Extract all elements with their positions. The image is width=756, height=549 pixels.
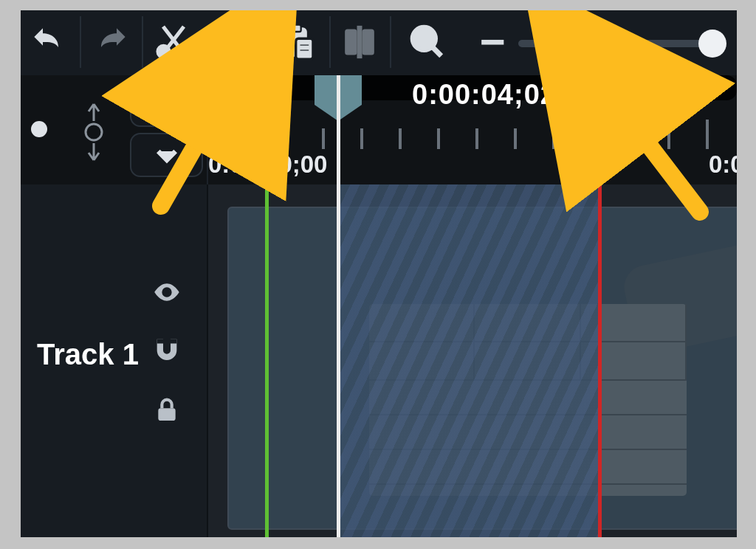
svg-rect-9 bbox=[291, 25, 301, 32]
zoom-slider-thumb[interactable] bbox=[698, 30, 726, 58]
redo-button[interactable] bbox=[89, 19, 134, 65]
selection-range bbox=[340, 184, 599, 537]
vertical-zoom-indicator bbox=[75, 99, 112, 168]
track-label: Track 1 bbox=[37, 338, 139, 371]
magnet-icon[interactable] bbox=[152, 334, 182, 367]
vertical-zoom-thumb[interactable] bbox=[31, 121, 47, 137]
svg-rect-7 bbox=[231, 44, 243, 47]
add-track-button[interactable] bbox=[130, 80, 203, 127]
svg-point-0 bbox=[158, 46, 169, 57]
svg-rect-14 bbox=[363, 30, 374, 55]
svg-rect-20 bbox=[158, 408, 175, 421]
lock-icon[interactable] bbox=[152, 395, 182, 427]
paste-button[interactable] bbox=[275, 19, 320, 65]
ruler-row: 0:00:04;02 .marker[style*="d42a2a"] .mar… bbox=[21, 75, 737, 184]
toolbar: − bbox=[21, 10, 737, 77]
ruler-label-next: 0:0 bbox=[709, 151, 737, 179]
svg-rect-15 bbox=[358, 27, 362, 58]
split-button[interactable] bbox=[337, 19, 382, 65]
track-header: Track 1 bbox=[21, 184, 208, 537]
tracks-area: Track 1 bbox=[21, 184, 737, 537]
cut-button[interactable] bbox=[151, 19, 196, 65]
zoom-out-button[interactable]: − bbox=[470, 19, 515, 65]
out-marker-line bbox=[598, 75, 602, 537]
playhead-line bbox=[337, 75, 340, 537]
zoom-slider-track[interactable] bbox=[518, 40, 721, 47]
svg-point-1 bbox=[178, 46, 189, 57]
svg-rect-11 bbox=[299, 44, 309, 46]
in-marker[interactable] bbox=[227, 75, 279, 102]
svg-rect-18 bbox=[157, 339, 163, 344]
svg-rect-13 bbox=[346, 30, 356, 55]
timeline-side-controls bbox=[21, 75, 208, 184]
in-marker-line bbox=[265, 75, 269, 537]
video-editor-timeline: − 0:00:04;02 bbox=[21, 10, 737, 537]
ruler[interactable]: 0:00:00;00 0:0 bbox=[207, 108, 737, 152]
zoom-button[interactable] bbox=[405, 19, 450, 65]
collapse-tracks-button[interactable] bbox=[130, 133, 203, 177]
undo-button[interactable] bbox=[25, 19, 71, 65]
svg-rect-12 bbox=[299, 49, 309, 52]
visibility-icon[interactable] bbox=[152, 277, 182, 310]
svg-rect-6 bbox=[231, 37, 243, 41]
svg-point-17 bbox=[86, 124, 102, 140]
timecode-display: 0:00:04;02 bbox=[412, 79, 557, 111]
out-marker[interactable]: .marker[style*="d42a2a"] .marker-head::a… bbox=[549, 75, 601, 102]
svg-point-16 bbox=[413, 27, 435, 49]
svg-rect-19 bbox=[171, 339, 176, 344]
copy-button[interactable] bbox=[213, 19, 258, 65]
